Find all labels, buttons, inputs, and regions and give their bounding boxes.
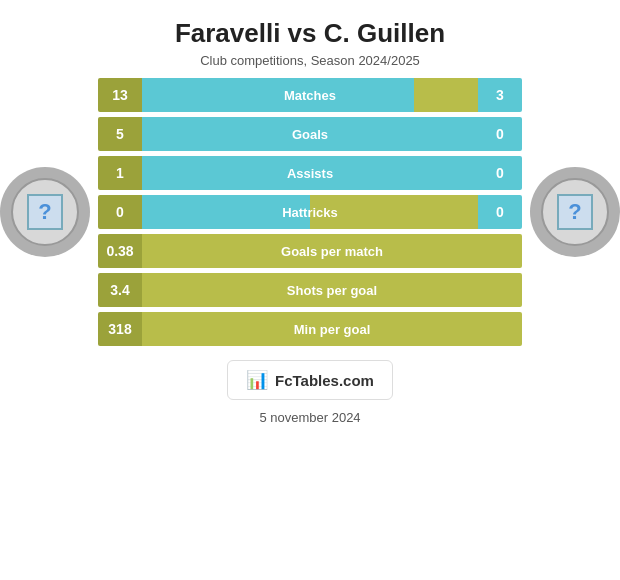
stat-left-goals: 5 <box>98 117 142 151</box>
stat-right-assists: 0 <box>478 156 522 190</box>
stat-label-goals: Goals <box>142 127 478 142</box>
stat-left-shots-per-goal: 3.4 <box>98 273 142 307</box>
stat-bar-hattricks: Hattricks <box>142 195 478 229</box>
stat-right-hattricks: 0 <box>478 195 522 229</box>
match-title: Faravelli vs C. Guillen <box>175 18 445 49</box>
stat-bar-shots-per-goal: Shots per goal <box>142 273 522 307</box>
stat-right-goals: 0 <box>478 117 522 151</box>
stat-right-matches: 3 <box>478 78 522 112</box>
stat-bar-goals-per-match: Goals per match <box>142 234 522 268</box>
stat-row-matches: 13Matches3 <box>98 78 522 112</box>
stat-label-min-per-goal: Min per goal <box>142 322 522 337</box>
stat-label-shots-per-goal: Shots per goal <box>142 283 522 298</box>
footer-date: 5 november 2024 <box>259 410 360 425</box>
main-container: Faravelli vs C. Guillen Club competition… <box>0 0 620 580</box>
player-right-image: ? <box>557 194 593 230</box>
stats-area: 13Matches35Goals01Assists00Hattricks00.3… <box>98 78 522 346</box>
watermark: 📊 FcTables.com <box>227 360 393 400</box>
player-left-image: ? <box>27 194 63 230</box>
stat-bar-assists: Assists <box>142 156 478 190</box>
stat-left-matches: 13 <box>98 78 142 112</box>
stat-left-goals-per-match: 0.38 <box>98 234 142 268</box>
watermark-icon: 📊 <box>246 369 268 391</box>
stat-label-assists: Assists <box>142 166 478 181</box>
stat-label-hattricks: Hattricks <box>142 205 478 220</box>
stat-left-min-per-goal: 318 <box>98 312 142 346</box>
player-left-inner: ? <box>11 178 79 246</box>
stat-label-matches: Matches <box>142 88 478 103</box>
main-area: ? 13Matches35Goals01Assists00Hattricks00… <box>0 78 620 346</box>
stat-left-assists: 1 <box>98 156 142 190</box>
match-subtitle: Club competitions, Season 2024/2025 <box>200 53 420 68</box>
watermark-text: FcTables.com <box>275 372 374 389</box>
stat-row-goals: 5Goals0 <box>98 117 522 151</box>
stat-row-assists: 1Assists0 <box>98 156 522 190</box>
player-left-circle: ? <box>0 167 90 257</box>
stat-row-goals-per-match: 0.38Goals per match <box>98 234 522 268</box>
stat-row-shots-per-goal: 3.4Shots per goal <box>98 273 522 307</box>
stat-row-hattricks: 0Hattricks0 <box>98 195 522 229</box>
stat-label-goals-per-match: Goals per match <box>142 244 522 259</box>
stat-row-min-per-goal: 318Min per goal <box>98 312 522 346</box>
player-right-inner: ? <box>541 178 609 246</box>
stat-left-hattricks: 0 <box>98 195 142 229</box>
player-right-circle: ? <box>530 167 620 257</box>
stat-bar-min-per-goal: Min per goal <box>142 312 522 346</box>
stat-bar-matches: Matches <box>142 78 478 112</box>
stat-bar-goals: Goals <box>142 117 478 151</box>
